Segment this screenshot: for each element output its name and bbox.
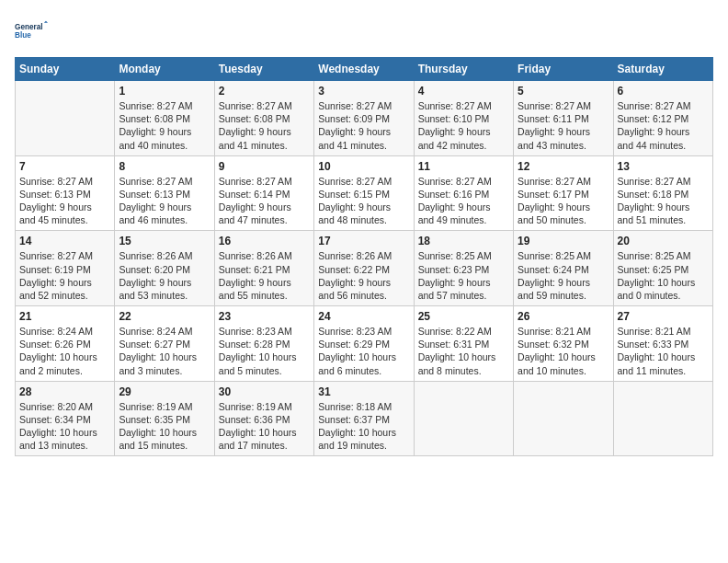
- cell-info: Sunrise: 8:27 AMSunset: 6:08 PMDaylight:…: [119, 99, 210, 152]
- cell-info: Sunrise: 8:24 AMSunset: 6:27 PMDaylight:…: [119, 325, 210, 377]
- calendar-cell: 15Sunrise: 8:26 AMSunset: 6:20 PMDayligh…: [115, 231, 214, 306]
- cell-info: Sunrise: 8:27 AMSunset: 6:08 PMDaylight:…: [219, 99, 310, 152]
- calendar-cell: 3Sunrise: 8:27 AMSunset: 6:09 PMDaylight…: [314, 81, 414, 156]
- cell-info: Sunrise: 8:27 AMSunset: 6:09 PMDaylight:…: [318, 99, 409, 152]
- col-header-monday: Monday: [115, 58, 214, 81]
- calendar-cell: 20Sunrise: 8:25 AMSunset: 6:25 PMDayligh…: [613, 231, 712, 306]
- cell-info: Sunrise: 8:26 AMSunset: 6:20 PMDaylight:…: [119, 249, 210, 302]
- cell-info: Sunrise: 8:24 AMSunset: 6:26 PMDaylight:…: [19, 325, 110, 377]
- cell-info: Sunrise: 8:26 AMSunset: 6:21 PMDaylight:…: [219, 249, 310, 302]
- day-number: 4: [418, 85, 509, 98]
- cell-info: Sunrise: 8:18 AMSunset: 6:37 PMDaylight:…: [318, 400, 409, 453]
- cell-info: Sunrise: 8:22 AMSunset: 6:31 PMDaylight:…: [418, 325, 509, 377]
- svg-text:General: General: [15, 23, 43, 31]
- week-row-1: 1Sunrise: 8:27 AMSunset: 6:08 PMDaylight…: [16, 81, 713, 156]
- day-number: 26: [518, 310, 609, 323]
- cell-info: Sunrise: 8:25 AMSunset: 6:23 PMDaylight:…: [418, 249, 509, 302]
- day-number: 31: [318, 385, 409, 398]
- calendar-cell: 24Sunrise: 8:23 AMSunset: 6:29 PMDayligh…: [314, 306, 414, 382]
- cell-info: Sunrise: 8:25 AMSunset: 6:25 PMDaylight:…: [618, 249, 709, 302]
- day-number: 5: [518, 85, 609, 98]
- calendar-cell: 18Sunrise: 8:25 AMSunset: 6:23 PMDayligh…: [414, 231, 513, 306]
- calendar-cell: 1Sunrise: 8:27 AMSunset: 6:08 PMDaylight…: [115, 81, 214, 156]
- day-number: 21: [19, 310, 110, 323]
- week-row-4: 21Sunrise: 8:24 AMSunset: 6:26 PMDayligh…: [16, 306, 713, 382]
- calendar-cell: 28Sunrise: 8:20 AMSunset: 6:34 PMDayligh…: [16, 381, 115, 456]
- day-number: 25: [418, 310, 509, 323]
- cell-info: Sunrise: 8:26 AMSunset: 6:22 PMDaylight:…: [318, 249, 409, 302]
- day-number: 14: [19, 235, 110, 247]
- day-number: 10: [318, 160, 409, 173]
- day-number: 13: [618, 160, 709, 173]
- day-number: 1: [119, 85, 210, 98]
- calendar-cell: 27Sunrise: 8:21 AMSunset: 6:33 PMDayligh…: [613, 306, 712, 382]
- cell-info: Sunrise: 8:20 AMSunset: 6:34 PMDaylight:…: [19, 400, 110, 453]
- cell-info: Sunrise: 8:27 AMSunset: 6:16 PMDaylight:…: [418, 175, 509, 227]
- calendar-cell: 2Sunrise: 8:27 AMSunset: 6:08 PMDaylight…: [214, 81, 313, 156]
- day-number: 2: [219, 85, 310, 98]
- col-header-sunday: Sunday: [16, 58, 115, 81]
- calendar-cell: 4Sunrise: 8:27 AMSunset: 6:10 PMDaylight…: [414, 81, 513, 156]
- cell-info: Sunrise: 8:21 AMSunset: 6:32 PMDaylight:…: [518, 325, 609, 377]
- day-number: 30: [219, 385, 310, 398]
- col-header-saturday: Saturday: [613, 58, 712, 81]
- day-number: 28: [19, 385, 110, 398]
- day-number: 3: [318, 85, 409, 98]
- calendar-cell: 6Sunrise: 8:27 AMSunset: 6:12 PMDaylight…: [613, 81, 712, 156]
- cell-info: Sunrise: 8:27 AMSunset: 6:11 PMDaylight:…: [518, 99, 609, 152]
- calendar-cell: 10Sunrise: 8:27 AMSunset: 6:15 PMDayligh…: [314, 155, 414, 231]
- calendar-cell: 14Sunrise: 8:27 AMSunset: 6:19 PMDayligh…: [16, 231, 115, 306]
- cell-info: Sunrise: 8:23 AMSunset: 6:29 PMDaylight:…: [318, 325, 409, 377]
- header-row-days: SundayMondayTuesdayWednesdayThursdayFrid…: [16, 58, 713, 81]
- calendar-cell: 26Sunrise: 8:21 AMSunset: 6:32 PMDayligh…: [514, 306, 613, 382]
- day-number: 7: [19, 160, 110, 173]
- day-number: 12: [518, 160, 609, 173]
- header-row: General Blue: [15, 15, 713, 48]
- calendar-cell: 21Sunrise: 8:24 AMSunset: 6:26 PMDayligh…: [16, 306, 115, 382]
- calendar-cell: 23Sunrise: 8:23 AMSunset: 6:28 PMDayligh…: [214, 306, 313, 382]
- cell-info: Sunrise: 8:27 AMSunset: 6:14 PMDaylight:…: [219, 175, 310, 227]
- day-number: 24: [318, 310, 409, 323]
- day-number: 17: [318, 235, 409, 247]
- calendar-cell: 17Sunrise: 8:26 AMSunset: 6:22 PMDayligh…: [314, 231, 414, 306]
- cell-info: Sunrise: 8:27 AMSunset: 6:17 PMDaylight:…: [518, 175, 609, 227]
- cell-info: Sunrise: 8:21 AMSunset: 6:33 PMDaylight:…: [618, 325, 709, 377]
- day-number: 27: [618, 310, 709, 323]
- calendar-cell: 25Sunrise: 8:22 AMSunset: 6:31 PMDayligh…: [414, 306, 513, 382]
- cell-info: Sunrise: 8:23 AMSunset: 6:28 PMDaylight:…: [219, 325, 310, 377]
- calendar-cell: [514, 381, 613, 456]
- calendar-cell: 29Sunrise: 8:19 AMSunset: 6:35 PMDayligh…: [115, 381, 214, 456]
- col-header-friday: Friday: [514, 58, 613, 81]
- svg-text:Blue: Blue: [15, 31, 31, 40]
- day-number: 22: [119, 310, 210, 323]
- calendar-cell: 7Sunrise: 8:27 AMSunset: 6:13 PMDaylight…: [16, 155, 115, 231]
- day-number: 16: [219, 235, 310, 247]
- week-row-2: 7Sunrise: 8:27 AMSunset: 6:13 PMDaylight…: [16, 155, 713, 231]
- logo: General Blue: [15, 15, 48, 48]
- logo-svg: General Blue: [15, 15, 48, 48]
- day-number: 9: [219, 160, 310, 173]
- day-number: 6: [618, 85, 709, 98]
- page-container: General Blue SundayMondayTuesdayWednesda…: [0, 0, 728, 464]
- day-number: 11: [418, 160, 509, 173]
- cell-info: Sunrise: 8:25 AMSunset: 6:24 PMDaylight:…: [518, 249, 609, 302]
- col-header-thursday: Thursday: [414, 58, 513, 81]
- calendar-cell: 11Sunrise: 8:27 AMSunset: 6:16 PMDayligh…: [414, 155, 513, 231]
- week-row-3: 14Sunrise: 8:27 AMSunset: 6:19 PMDayligh…: [16, 231, 713, 306]
- calendar-cell: 31Sunrise: 8:18 AMSunset: 6:37 PMDayligh…: [314, 381, 414, 456]
- cell-info: Sunrise: 8:27 AMSunset: 6:15 PMDaylight:…: [318, 175, 409, 227]
- day-number: 20: [618, 235, 709, 247]
- day-number: 19: [518, 235, 609, 247]
- day-number: 18: [418, 235, 509, 247]
- calendar-table: SundayMondayTuesdayWednesdayThursdayFrid…: [15, 57, 713, 456]
- cell-info: Sunrise: 8:27 AMSunset: 6:13 PMDaylight:…: [119, 175, 210, 227]
- day-number: 8: [119, 160, 210, 173]
- calendar-cell: 12Sunrise: 8:27 AMSunset: 6:17 PMDayligh…: [514, 155, 613, 231]
- cell-info: Sunrise: 8:27 AMSunset: 6:12 PMDaylight:…: [618, 99, 709, 152]
- cell-info: Sunrise: 8:27 AMSunset: 6:10 PMDaylight:…: [418, 99, 509, 152]
- day-number: 15: [119, 235, 210, 247]
- calendar-cell: 13Sunrise: 8:27 AMSunset: 6:18 PMDayligh…: [613, 155, 712, 231]
- col-header-tuesday: Tuesday: [214, 58, 313, 81]
- svg-marker-2: [44, 21, 48, 23]
- calendar-cell: [613, 381, 712, 456]
